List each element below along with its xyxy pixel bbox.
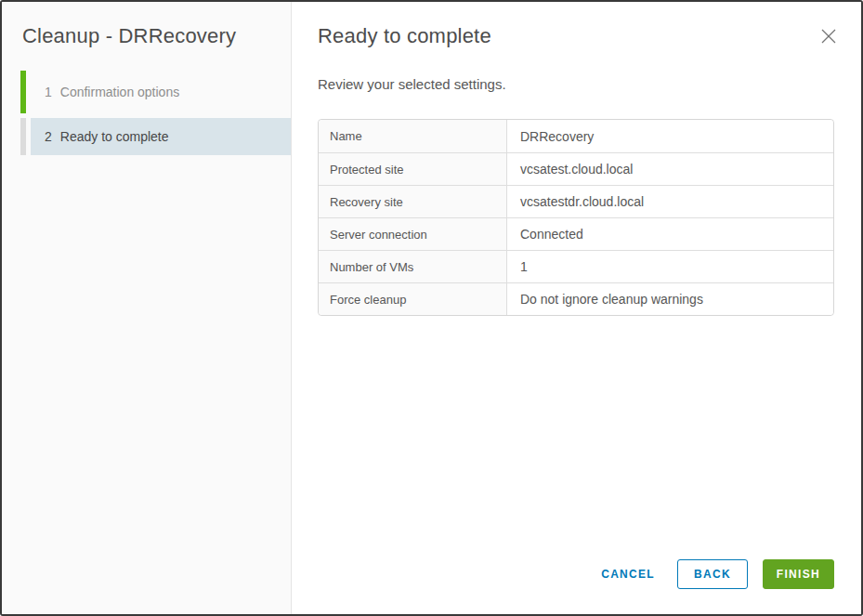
row-value: DRRecovery bbox=[507, 120, 833, 152]
wizard-main-panel: Ready to complete Review your selected s… bbox=[292, 2, 861, 614]
table-row: Server connection Connected bbox=[319, 217, 833, 250]
page-title: Ready to complete bbox=[318, 24, 834, 48]
settings-summary-table: Name DRRecovery Protected site vcsatest.… bbox=[318, 119, 834, 316]
row-value: Do not ignore cleanup warnings bbox=[507, 282, 833, 315]
row-value: 1 bbox=[507, 250, 833, 282]
dialog-title: Cleanup - DRRecovery bbox=[22, 24, 291, 48]
step-label: Confirmation options bbox=[60, 85, 179, 99]
row-value: Connected bbox=[507, 217, 833, 250]
step-current-bar bbox=[20, 118, 26, 155]
step-completed-bar bbox=[20, 71, 26, 113]
wizard-footer: CANCEL BACK FINISH bbox=[318, 559, 834, 589]
cleanup-wizard-dialog: Cleanup - DRRecovery 1 Confirmation opti… bbox=[0, 0, 863, 616]
step-confirmation-options[interactable]: 1 Confirmation options bbox=[20, 71, 291, 113]
row-label: Force cleanup bbox=[319, 282, 507, 315]
finish-button[interactable]: FINISH bbox=[763, 559, 834, 589]
table-row: Number of VMs 1 bbox=[319, 250, 833, 282]
step-number: 2 bbox=[45, 129, 52, 144]
table-row: Recovery site vcsatestdr.cloud.local bbox=[319, 185, 833, 217]
close-icon[interactable] bbox=[820, 28, 837, 45]
step-number: 1 bbox=[45, 85, 52, 99]
table-row: Force cleanup Do not ignore cleanup warn… bbox=[319, 282, 833, 315]
cancel-button[interactable]: CANCEL bbox=[597, 559, 659, 589]
back-button[interactable]: BACK bbox=[677, 559, 748, 589]
wizard-steps: 1 Confirmation options 2 Ready to comple… bbox=[2, 71, 291, 155]
wizard-sidebar: Cleanup - DRRecovery 1 Confirmation opti… bbox=[2, 2, 292, 614]
step-label: Ready to complete bbox=[60, 129, 169, 144]
table-row: Protected site vcsatest.cloud.local bbox=[319, 152, 833, 185]
row-label: Recovery site bbox=[319, 185, 507, 217]
table-row: Name DRRecovery bbox=[319, 120, 833, 152]
step-ready-to-complete[interactable]: 2 Ready to complete bbox=[20, 118, 291, 155]
row-value: vcsatestdr.cloud.local bbox=[507, 185, 833, 217]
row-label: Server connection bbox=[319, 217, 507, 250]
row-label: Number of VMs bbox=[319, 250, 507, 282]
row-label: Protected site bbox=[319, 152, 507, 185]
page-subtitle: Review your selected settings. bbox=[318, 76, 834, 92]
row-label: Name bbox=[319, 120, 507, 152]
row-value: vcsatest.cloud.local bbox=[507, 152, 833, 185]
